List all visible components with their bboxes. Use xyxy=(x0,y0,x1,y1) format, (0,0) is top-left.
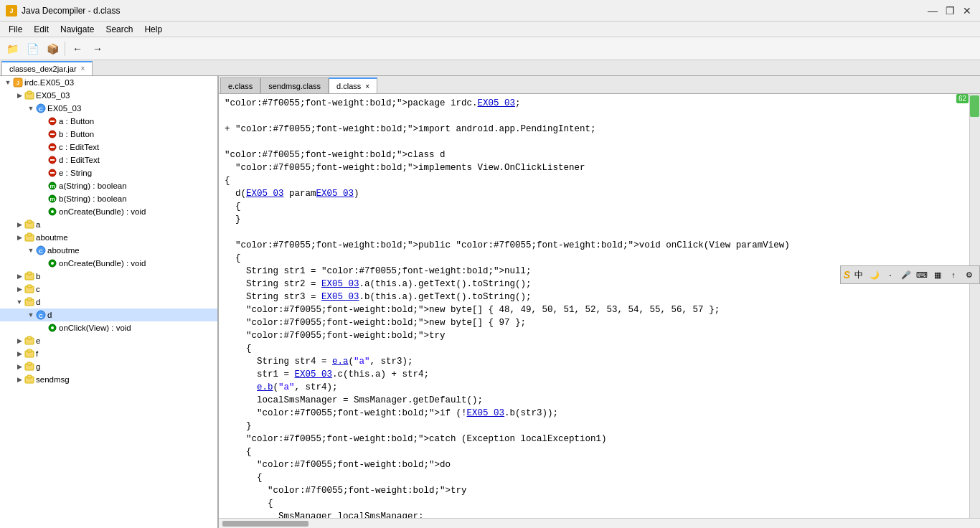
tree-expander[interactable] xyxy=(37,129,47,139)
file-tab-close[interactable]: × xyxy=(81,65,85,72)
open-folder-button[interactable]: 📁 xyxy=(3,39,22,58)
tree-node[interactable]: onClick(View) : void xyxy=(0,321,217,334)
ime-moon[interactable]: 🌙 xyxy=(867,268,882,282)
tab-e-class[interactable]: e.class xyxy=(220,77,260,93)
tree-expander[interactable] xyxy=(37,168,47,178)
tree-label: b(String) : boolean xyxy=(59,194,127,203)
ime-chart[interactable]: ▦ xyxy=(930,268,945,282)
tree-label: sendmsg xyxy=(36,375,70,384)
svg-text:m: m xyxy=(50,196,55,202)
tree-node[interactable]: ▼Jirdc.EX05_03 xyxy=(0,76,217,89)
tree-node[interactable]: b : Button xyxy=(0,128,217,141)
tree-node[interactable]: ma(String) : boolean xyxy=(0,179,217,192)
menu-edit[interactable]: Edit xyxy=(28,23,55,36)
tree-node[interactable]: e : String xyxy=(0,166,217,179)
tree-expander[interactable] xyxy=(37,155,47,165)
tree-icon xyxy=(47,142,57,152)
tree-node[interactable]: mb(String) : boolean xyxy=(0,192,217,205)
svg-rect-11 xyxy=(50,146,55,148)
tree-expander[interactable] xyxy=(37,142,47,152)
tree-label: aboutme xyxy=(36,233,68,242)
tree-node[interactable]: ▼Cd xyxy=(0,308,217,321)
tree-node[interactable]: ▶c xyxy=(0,283,217,296)
tree-expander[interactable]: ▶ xyxy=(14,336,24,346)
tree-label: onCreate(Bundle) : void xyxy=(59,207,146,216)
ime-chinese[interactable]: 中 xyxy=(852,268,866,282)
tree-node[interactable]: c : EditText xyxy=(0,141,217,154)
h-scroll-thumb xyxy=(222,521,308,527)
tab-sendmsg-class[interactable]: sendmsg.class xyxy=(260,77,329,93)
menu-navigate[interactable]: Navigate xyxy=(55,23,100,36)
tree-expander[interactable]: ▼ xyxy=(14,297,24,307)
tree-expander[interactable]: ▶ xyxy=(14,362,24,372)
tree-node[interactable]: onCreate(Bundle) : void xyxy=(0,205,217,218)
ime-keyboard[interactable]: ⌨ xyxy=(915,268,929,282)
tree-node[interactable]: ▶f xyxy=(0,347,217,360)
app-icon: J xyxy=(6,5,17,16)
tree-expander[interactable]: ▼ xyxy=(26,310,36,320)
tree-node[interactable]: ▼CEX05_03 xyxy=(0,102,217,115)
svg-rect-41 xyxy=(27,336,32,339)
tab-d-class-close[interactable]: × xyxy=(365,82,369,90)
editor-tabs: e.class sendmsg.class d.class × xyxy=(219,76,980,94)
tree-node[interactable]: ▼d xyxy=(0,296,217,308)
forward-button[interactable]: → xyxy=(88,39,107,58)
tree-icon xyxy=(24,284,34,294)
tree-node[interactable]: ▶a xyxy=(0,218,217,231)
right-scroll-indicator: 62 xyxy=(969,94,980,518)
title-bar-left: J Java Decompiler - d.class xyxy=(6,5,120,16)
ime-up[interactable]: ↑ xyxy=(946,268,961,282)
ime-settings[interactable]: ⚙ xyxy=(962,268,976,282)
tab-d-class[interactable]: d.class × xyxy=(329,77,377,93)
ime-dot[interactable]: · xyxy=(883,268,897,282)
svg-rect-31 xyxy=(27,272,32,275)
back-button[interactable]: ← xyxy=(68,39,87,58)
file-tab-jar[interactable]: classes_dex2jar.jar × xyxy=(1,61,93,75)
h-scrollbar[interactable] xyxy=(219,519,980,528)
open-jar-button[interactable]: 📦 xyxy=(43,39,62,58)
tree-node[interactable]: ▼Caboutme xyxy=(0,244,217,257)
tree-expander[interactable]: ▼ xyxy=(26,103,36,113)
tree-node[interactable]: ▶EX05_03 xyxy=(0,89,217,102)
close-button[interactable]: ✕ xyxy=(960,4,974,18)
tree-expander[interactable] xyxy=(37,181,47,191)
svg-text:C: C xyxy=(39,248,43,255)
menu-help[interactable]: Help xyxy=(138,23,168,36)
maximize-button[interactable]: ❐ xyxy=(943,4,957,18)
tree-icon: m xyxy=(47,181,57,191)
open-file-button[interactable]: 📄 xyxy=(23,39,42,58)
tree-expander[interactable]: ▶ xyxy=(14,374,24,385)
tree-expander[interactable]: ▼ xyxy=(26,245,36,255)
tree-node[interactable]: ▶g xyxy=(0,360,217,373)
minimize-button[interactable]: — xyxy=(925,4,940,18)
tree-expander[interactable]: ▼ xyxy=(3,77,13,88)
tree-expander[interactable] xyxy=(37,323,47,333)
menu-search[interactable]: Search xyxy=(100,23,138,36)
menu-file[interactable]: File xyxy=(3,23,28,36)
tree-expander[interactable] xyxy=(37,116,47,126)
tree-expander[interactable]: ▶ xyxy=(14,349,24,359)
ime-mic[interactable]: 🎤 xyxy=(899,268,913,282)
tree-node[interactable]: ▶b xyxy=(0,270,217,283)
tree-node[interactable]: ▶e xyxy=(0,334,217,347)
tree-expander[interactable]: ▶ xyxy=(14,232,24,242)
tree-node[interactable]: ▶aboutme xyxy=(0,231,217,244)
window-title: Java Decompiler - d.class xyxy=(22,6,120,16)
scroll-thumb xyxy=(970,95,979,117)
tree-expander[interactable] xyxy=(37,258,47,268)
tree-expander[interactable] xyxy=(37,194,47,204)
tree-node[interactable]: d : EditText xyxy=(0,154,217,166)
tree-label: f xyxy=(36,349,38,358)
code-wrapper[interactable]: "color:#7f0055;font-weight:bold;">packag… xyxy=(219,94,980,518)
tree-node[interactable]: onCreate(Bundle) : void xyxy=(0,257,217,270)
tree-node[interactable]: a : Button xyxy=(0,115,217,128)
svg-text:m: m xyxy=(50,183,55,189)
tree-expander[interactable]: ▶ xyxy=(14,271,24,281)
tree-expander[interactable] xyxy=(37,207,47,217)
tree-node[interactable]: ▶sendmsg xyxy=(0,373,217,386)
tree-expander[interactable]: ▶ xyxy=(14,284,24,294)
ime-toolbar: S 中 🌙 · 🎤 ⌨ ▦ ↑ ⚙ xyxy=(840,265,980,284)
tree-expander[interactable]: ▶ xyxy=(14,90,24,100)
tree-panel: ▼Jirdc.EX05_03▶EX05_03▼CEX05_03 a : Butt… xyxy=(0,76,219,528)
tree-expander[interactable]: ▶ xyxy=(14,220,24,230)
